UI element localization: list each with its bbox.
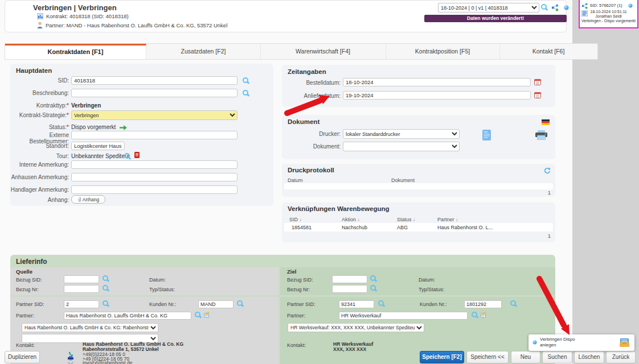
inbox-icon[interactable] [620, 338, 629, 347]
tab-kontraktposition[interactable]: Kontraktposition [F5] [386, 44, 500, 59]
column-header-aktion[interactable]: Aktion ↓ [342, 217, 360, 222]
bestelldatum-input[interactable] [343, 78, 531, 86]
ziel-partner-input[interactable] [339, 312, 468, 320]
search-icon[interactable] [124, 153, 131, 160]
zurueck-button[interactable]: Zurück [606, 351, 636, 363]
version-select[interactable]: 18-10-2024 | 0 | v1 | 4018318 [438, 3, 539, 13]
beschreibung-label: Beschreibung: [10, 90, 69, 96]
anlieferdatum-input[interactable] [343, 91, 531, 100]
paperclip-icon [77, 197, 81, 202]
druckprotokoll-title: Druckprotokoll [288, 167, 334, 173]
search-icon[interactable] [195, 312, 202, 318]
beschreibung-input[interactable] [71, 89, 237, 97]
kontrakttyp-value: Verbringen [71, 102, 101, 109]
column-header-dokument[interactable]: Dokument [391, 177, 415, 183]
neu-button[interactable]: Neu [511, 351, 540, 363]
search-icon[interactable] [103, 300, 109, 307]
edit-icon[interactable] [481, 312, 487, 318]
search-icon[interactable] [103, 285, 109, 292]
cell-sid: 1854581 [292, 225, 312, 230]
table-row[interactable]: 1854581 Nachschub ABG Haus Rabenhorst O.… [284, 223, 553, 231]
standort-label: Standort: [10, 143, 69, 149]
lieferinfo-title: Lieferinfo [16, 258, 47, 266]
sort-down-icon[interactable]: ↓ [413, 217, 415, 222]
row-count: 1 [548, 189, 551, 196]
tab-kontraktdaten[interactable]: Kontraktdaten [F1] [5, 44, 146, 59]
calendar-icon[interactable] [534, 78, 541, 85]
zeitangaben-title: Zeitangaben [288, 68, 326, 75]
anhausen-anmerkung-input[interactable] [71, 173, 237, 181]
quelle-kunden-nr-input[interactable] [198, 300, 234, 308]
quelle-partner-sid-input[interactable] [64, 300, 99, 308]
column-header-partner[interactable]: Partner ↓ [437, 217, 458, 222]
interne-anmerkung-input[interactable] [71, 160, 237, 169]
anhang-button[interactable]: Anhang [71, 195, 105, 204]
zeitangaben-panel: Zeitangaben Bestelldatum: Anlieferdatum: [282, 65, 555, 107]
tab-kontakt[interactable]: Kontakt [F6] [499, 44, 597, 59]
verknuepfungen-panel: Verknüpfungen Warenbewegung SID ↓ Aktion… [282, 202, 555, 242]
sid-label: SID: [10, 77, 69, 84]
column-header-status[interactable]: Status ↓ [397, 217, 415, 222]
search-icon[interactable] [243, 77, 249, 84]
quelle-address-select[interactable]: Haus Rabenhorst O. Lauffs GmbH & Co. KG:… [22, 323, 158, 332]
search-icon[interactable] [378, 300, 385, 307]
sort-down-icon[interactable]: ↓ [358, 217, 360, 222]
calendar-icon[interactable] [534, 92, 541, 98]
sort-down-icon[interactable]: ↓ [456, 217, 458, 222]
record-indicator-icon[interactable] [564, 5, 569, 10]
search-icon[interactable] [472, 312, 478, 318]
quelle-bezug-sid-input[interactable] [64, 275, 99, 283]
typ-status-label: Typ/Status: [419, 287, 444, 292]
printer-icon[interactable] [535, 130, 547, 140]
empty-table-row [284, 183, 553, 189]
drucker-label: Drucker: [282, 131, 341, 137]
record-indicator-icon [532, 340, 537, 345]
document-preview-icon[interactable] [482, 130, 491, 140]
hauptdaten-title: Hauptdaten [16, 67, 52, 74]
quelle-bezug-nr-input[interactable] [64, 285, 99, 293]
dokument-select[interactable] [343, 142, 460, 151]
german-flag-icon[interactable] [542, 119, 550, 125]
search-icon[interactable] [370, 275, 377, 282]
record-indicator-icon[interactable] [628, 3, 633, 8]
kontakt-email[interactable]: invoice@rabenhorst.de [83, 360, 133, 364]
tab-warenwirtschaft[interactable]: Warenwirtschaft [F4] [260, 44, 386, 59]
refresh-icon[interactable] [544, 167, 551, 174]
speichern-weiter-button[interactable]: Speichern << [466, 351, 509, 363]
ziel-address-select[interactable]: HR Werksverkauf: XXX, XXX XXX, Unbekannt… [288, 323, 424, 332]
tab-zusatzdaten[interactable]: Zusatzdaten [F2] [146, 44, 261, 59]
ziel-kunden-nr-input[interactable] [464, 300, 502, 308]
search-icon[interactable] [237, 300, 244, 307]
kontrakttyp-label: Kontrakttyp:* [10, 102, 69, 109]
ziel-bezug-nr-input[interactable] [332, 285, 367, 293]
fax-icon [68, 356, 73, 361]
search-icon[interactable] [370, 285, 377, 292]
externe-bestellnummer-input[interactable] [71, 131, 237, 139]
sid-input[interactable] [71, 76, 237, 85]
duplizieren-button[interactable]: Duplizieren [5, 351, 40, 363]
dispo-popup[interactable]: Verbringen Dispo anlegen [529, 334, 634, 351]
strategie-select[interactable]: Verbringen [71, 110, 237, 120]
bezug-sid-label: Bezug SID: [16, 277, 42, 283]
delete-icon[interactable] [134, 152, 140, 158]
standort-input[interactable] [71, 142, 125, 150]
sort-down-icon[interactable]: ↓ [300, 217, 302, 222]
quelle-partner-input[interactable] [64, 312, 191, 320]
column-header-sid[interactable]: SID ↓ [289, 217, 302, 222]
suchen-button[interactable]: Suchen [542, 351, 572, 363]
search-icon[interactable] [243, 90, 249, 97]
search-icon[interactable] [103, 275, 109, 282]
share-icon[interactable] [551, 4, 559, 11]
drucker-select[interactable]: lokaler Standarddrucker [343, 129, 460, 139]
ziel-bezug-sid-input[interactable] [332, 275, 367, 283]
search-icon[interactable] [510, 300, 517, 307]
loeschen-button[interactable]: Löschen [574, 351, 604, 363]
cell-status: ABG [397, 225, 408, 230]
anlieferdatum-label: Anlieferdatum: [282, 93, 341, 99]
speichern-f2-button[interactable]: Speichern [F2] [420, 351, 464, 363]
edit-icon[interactable] [204, 312, 210, 318]
search-icon[interactable] [541, 4, 548, 11]
column-header-datum[interactable]: Datum [288, 177, 303, 183]
ziel-partner-sid-input[interactable] [339, 300, 374, 308]
handlager-anmerkung-input[interactable] [71, 185, 237, 194]
